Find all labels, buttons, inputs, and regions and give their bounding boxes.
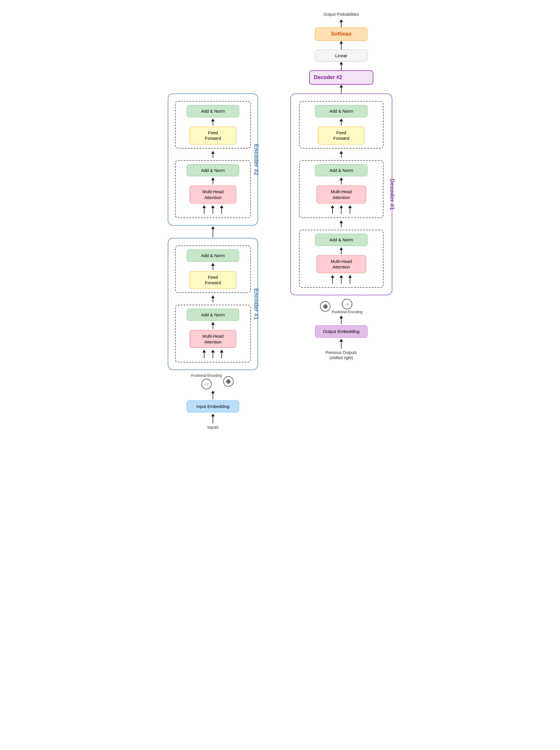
- enc-plus-symbol: ⊕: [223, 376, 234, 387]
- decoder-container: Decoder #1 Add & Norm FeedForward: [290, 93, 392, 295]
- output-probabilities-label: Output Probabilities: [324, 12, 359, 17]
- enc1-arrow-dashed-attn: [211, 295, 215, 302]
- encoder1-label: Encoder #1: [253, 288, 260, 320]
- arrow-decoder2-dec2block: [339, 85, 343, 93]
- dec-arrow-emb-posenc: [339, 315, 343, 324]
- enc2-add-norm-2: Add & Norm: [187, 105, 239, 117]
- dec2-feed-forward: FeedForward: [318, 127, 365, 144]
- enc2-attn-dashed: Add & Norm Multi-HeadAttention: [175, 160, 251, 218]
- enc1-add-norm-1: Add & Norm: [187, 309, 239, 321]
- enc1-triple-arrows: [202, 350, 223, 358]
- dec2-self-arrow1: [331, 275, 334, 284]
- arrow-enc1-enc2: [211, 226, 215, 237]
- dec-arrow-prevout-emb: [339, 339, 343, 349]
- dec2-multi-head-cross-attn: Multi-HeadAttention: [316, 185, 366, 203]
- enc2-feed-forward: FeedForward: [190, 127, 236, 144]
- enc-wave-symbol: ∼: [201, 379, 212, 389]
- dec-plus-symbol: ⊕: [320, 301, 330, 312]
- dec2-cross-arrow2: [339, 205, 343, 214]
- dec2-add-norm-3: Add & Norm: [315, 105, 368, 117]
- enc2-multi-head-attn: Multi-HeadAttention: [190, 185, 236, 203]
- dec2-add-norm-2: Add & Norm: [315, 164, 368, 177]
- dec2-self-triple-arrows: [331, 275, 352, 284]
- dec2-self-attn-dashed: Add & Norm Multi-HeadAttention: [299, 230, 383, 288]
- output-embedding-box: Output Embedding: [315, 325, 368, 338]
- enc1-ff-dashed: Add & Norm FeedForward: [175, 245, 251, 293]
- dec-wave-symbol: ∼: [342, 299, 352, 309]
- enc-pos-enc-row: Positional Encoding ∼ ⊕: [191, 374, 234, 389]
- enc1-feed-forward: FeedForward: [190, 271, 236, 289]
- dec2-self-arrow2: [339, 275, 343, 284]
- encoder-column: Encoder #2 Add & Norm FeedForward: [163, 93, 263, 430]
- enc1-arrow3: [220, 350, 223, 358]
- dec2-add-norm-1: Add & Norm: [315, 234, 368, 246]
- arrow-to-output: [339, 19, 343, 27]
- dec2-arrow-crossattn-selfattn: [339, 220, 343, 227]
- previous-outputs-label: Previous Outputs (shifted right): [326, 350, 357, 360]
- dec2-multi-head-self-attn: Multi-HeadAttention: [316, 255, 366, 273]
- enc1-arrow1: [202, 350, 206, 358]
- enc2-ff-dashed: Add & Norm FeedForward: [175, 101, 251, 149]
- dec2-cross-arrow1: [331, 205, 334, 214]
- dec-pos-enc-label: Positional Encoding: [332, 310, 362, 315]
- decoder-top-section: Output Probabilities Softmax Linear: [286, 12, 397, 93]
- enc-pos-enc-label: Positional Encoding: [191, 374, 222, 378]
- dec2-arrow-selfattn-addnorm: [339, 247, 343, 254]
- enc2-arrow-ff-addnorm: [211, 118, 215, 125]
- dec2-cross-arrow3: [348, 205, 352, 214]
- arrow-linear-decoder2: [339, 62, 343, 70]
- enc1-add-norm-2: Add & Norm: [187, 250, 239, 262]
- dec2-ff-dashed: Add & Norm FeedForward: [299, 101, 383, 149]
- dec2-cross-triple-arrows: [331, 205, 352, 214]
- enc2-arrow1: [202, 205, 206, 214]
- enc1-multi-head-attn: Multi-HeadAttention: [190, 330, 236, 348]
- enc2-triple-arrows: [202, 205, 223, 214]
- enc1-arrow2: [211, 350, 215, 358]
- enc2-arrow-dashed-attn: [211, 151, 215, 158]
- dec-pos-enc-row: ⊕ ∼ Positional Encoding: [320, 299, 362, 315]
- dec2-cross-attn-dashed: Add & Norm Multi-HeadAttention: [299, 160, 383, 218]
- enc-arrow-emb-posenc: [211, 391, 215, 399]
- enc2-add-norm-1: Add & Norm: [187, 164, 239, 177]
- enc1-arrow-attn-addnorm: [211, 322, 215, 329]
- decoder1-label: Decoder #1: [389, 179, 396, 210]
- softmax-box: Softmax: [315, 27, 368, 41]
- linear-box: Linear: [315, 50, 368, 62]
- dec2-arrow-crossattn-addnorm: [339, 177, 343, 184]
- enc2-arrow3: [220, 205, 223, 214]
- decoder2-label-box: Decoder #2: [309, 70, 373, 85]
- enc-arrow-inputs-emb: [211, 414, 215, 423]
- enc2-arrow2: [211, 205, 215, 214]
- enc1-attn-dashed: Add & Norm Multi-HeadAttention: [175, 305, 251, 363]
- dec2-arrow-ff-crossattn: [339, 151, 343, 158]
- arrow-softmax-linear: [339, 41, 343, 50]
- inputs-label: Inputs: [207, 425, 219, 430]
- diagram-container: Output Probabilities Softmax Linear: [140, 12, 420, 430]
- enc2-arrow-attn-addnorm: [211, 177, 215, 184]
- encoder1-container: Encoder #1 Add & Norm FeedForward: [168, 238, 258, 370]
- enc1-arrow-ff-addnorm: [211, 263, 215, 270]
- encoder2-container: Encoder #2 Add & Norm FeedForward: [168, 93, 258, 225]
- dec2-self-arrow3: [348, 275, 352, 284]
- decoder-column: Decoder #1 Add & Norm FeedForward: [286, 93, 397, 360]
- input-embedding-box: Input Embedding: [187, 400, 239, 413]
- encoder2-label: Encoder #2: [253, 144, 260, 175]
- dec2-arrow-ff: [339, 118, 343, 125]
